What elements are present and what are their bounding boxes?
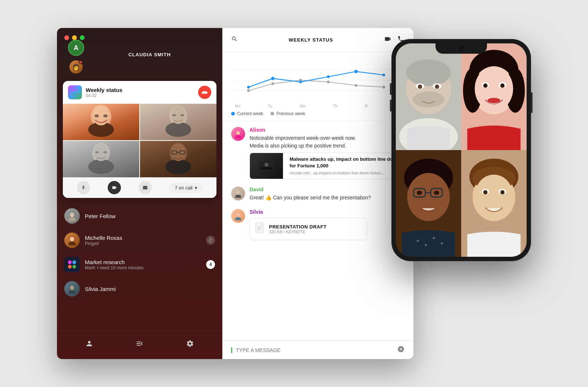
svg-point-41 bbox=[354, 70, 358, 73]
contacts-nav-button[interactable] bbox=[82, 337, 97, 352]
minimize-button[interactable] bbox=[72, 35, 77, 40]
contact-silvia-jammi[interactable]: Silvia Jammi bbox=[57, 277, 222, 301]
msg-file-meta: 320 KB • KEYNOTE bbox=[269, 230, 362, 234]
svg-point-97 bbox=[500, 190, 505, 195]
message-input[interactable] bbox=[236, 347, 394, 353]
sidebar-title: CLAUDIA SMITH bbox=[84, 51, 215, 57]
contact-market-research[interactable]: Market research Marit: I need 10 more mi… bbox=[57, 252, 222, 277]
power-button bbox=[531, 92, 533, 113]
contact-avatar-peter bbox=[64, 208, 80, 224]
legend-previous-week: Previous week bbox=[270, 111, 305, 116]
call-name: Weekly status bbox=[86, 87, 194, 93]
volume-up-button bbox=[390, 83, 391, 95]
contact-name-market: Market research bbox=[85, 259, 201, 265]
svg-point-9 bbox=[180, 114, 184, 116]
svg-rect-52 bbox=[256, 223, 263, 233]
call-card-info: Weekly status 04:32 bbox=[86, 87, 194, 98]
contact-michelle-roxas[interactable]: Michelle Roxas Pinged bbox=[57, 228, 222, 252]
svg-point-31 bbox=[247, 89, 250, 92]
msg-link-image bbox=[250, 153, 283, 179]
svg-point-8 bbox=[172, 114, 176, 116]
msg-content-david: David Great! 👍 Can you please send me th… bbox=[250, 187, 405, 202]
svg-point-38 bbox=[271, 77, 275, 80]
phone-face-4 bbox=[461, 150, 527, 257]
svg-point-21 bbox=[70, 213, 74, 217]
send-message-button[interactable] bbox=[397, 345, 405, 355]
weekly-chart bbox=[231, 58, 405, 102]
maximize-button[interactable] bbox=[80, 35, 85, 40]
msg-link-title: Malware attacks up, impact on bottom lin… bbox=[290, 156, 401, 169]
search-button[interactable] bbox=[231, 36, 238, 44]
svg-point-43 bbox=[236, 131, 240, 135]
contact-name-silvia: Silvia Jammi bbox=[85, 286, 215, 292]
scene: A 👩 CLAUDIA SMITH M P L A bbox=[57, 28, 531, 359]
chat-header: WEEKLY STATUS bbox=[222, 28, 413, 52]
avatar-silvia bbox=[231, 209, 245, 223]
msg-file-name: PRESENTATION DRAFT bbox=[269, 224, 362, 230]
chart-legend: Current week Previous week bbox=[231, 108, 405, 118]
user-avatar[interactable]: A bbox=[68, 40, 84, 56]
svg-point-70 bbox=[475, 66, 513, 111]
settings-nav-button[interactable] bbox=[182, 337, 198, 352]
video-call-button[interactable] bbox=[384, 35, 391, 45]
volume-down-button bbox=[390, 100, 391, 111]
contact-avatar-market bbox=[64, 257, 80, 272]
svg-point-35 bbox=[355, 84, 358, 87]
contact-avatar-silvia bbox=[64, 281, 80, 297]
message-david: David Great! 👍 Can you please send me th… bbox=[231, 187, 405, 202]
msg-sender-silvia: Silvia bbox=[250, 209, 405, 215]
svg-point-86 bbox=[425, 244, 427, 246]
contact-peter-fellow[interactable]: Peter Fellow bbox=[57, 204, 222, 228]
svg-point-6 bbox=[165, 122, 191, 137]
avatar-david bbox=[231, 187, 245, 200]
legend-label-previous: Previous week bbox=[276, 111, 305, 116]
phone-screen bbox=[396, 43, 527, 257]
svg-point-44 bbox=[235, 135, 241, 138]
file-icon bbox=[255, 222, 265, 236]
svg-point-27 bbox=[68, 290, 76, 294]
message-silvia: Silvia bbox=[231, 209, 405, 240]
svg-point-47 bbox=[265, 163, 269, 167]
call-participant-1 bbox=[63, 104, 139, 140]
sidebar-titlebar: A 👩 CLAUDIA SMITH bbox=[57, 28, 222, 77]
legend-current-week: Current week bbox=[231, 111, 263, 116]
msg-link-card-malware[interactable]: Malware attacks up, impact on bottom lin… bbox=[250, 153, 404, 179]
svg-point-40 bbox=[327, 75, 330, 78]
phone-face-2 bbox=[461, 43, 527, 150]
end-call-button[interactable] bbox=[198, 86, 211, 99]
chats-nav-button[interactable] bbox=[132, 337, 147, 352]
msg-sender-alison: Alison bbox=[250, 127, 405, 133]
sidebar: A 👩 CLAUDIA SMITH M P L A bbox=[57, 28, 222, 359]
on-call-badge[interactable]: 7 on call ▾ bbox=[169, 183, 202, 193]
svg-point-63 bbox=[413, 92, 445, 108]
svg-point-13 bbox=[95, 151, 99, 153]
svg-point-37 bbox=[247, 86, 250, 89]
contact-badge-market: 4 bbox=[206, 260, 215, 269]
svg-point-48 bbox=[236, 191, 240, 195]
day-mo: Mo bbox=[235, 104, 240, 108]
call-card-header: M P L A Weekly status 04:32 bbox=[63, 81, 216, 104]
video-toggle-button[interactable] bbox=[108, 181, 121, 194]
svg-point-34 bbox=[327, 81, 330, 84]
svg-point-4 bbox=[103, 114, 108, 117]
phone-face-3 bbox=[396, 150, 461, 257]
svg-point-87 bbox=[433, 237, 435, 239]
contact-info-peter: Peter Fellow bbox=[85, 213, 215, 219]
day-th: Th bbox=[333, 104, 338, 108]
message-input-bar bbox=[231, 347, 394, 353]
svg-point-42 bbox=[383, 74, 386, 77]
legend-dot-current bbox=[231, 112, 235, 116]
call-grid bbox=[63, 104, 216, 177]
msg-text-david: Great! 👍 Can you please send me the pres… bbox=[250, 194, 405, 202]
contact-status-michelle: Pinged bbox=[85, 241, 201, 246]
messages-area: Alison Noticeable improvement week-over-… bbox=[222, 121, 413, 341]
on-call-chevron: ▾ bbox=[195, 185, 197, 191]
mute-button[interactable] bbox=[77, 181, 90, 194]
close-button[interactable] bbox=[64, 35, 69, 40]
screen-share-button[interactable] bbox=[139, 181, 152, 194]
day-fr: Fr bbox=[365, 104, 369, 108]
msg-content-alison: Alison Noticeable improvement week-over-… bbox=[250, 127, 405, 179]
call-participant-4 bbox=[140, 141, 216, 177]
msg-file-card-presentation[interactable]: PRESENTATION DRAFT 320 KB • KEYNOTE bbox=[250, 218, 367, 240]
svg-point-39 bbox=[299, 81, 302, 84]
